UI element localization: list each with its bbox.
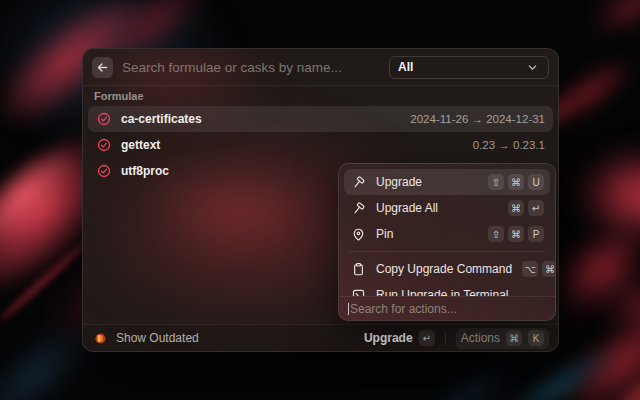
menu-item-label: Run Upgrade in Terminal: [376, 288, 544, 296]
actions-menu-popover: Upgrade ⇧ ⌘ U Upgrade All ⌘ ↵ Pin ⇧: [338, 163, 556, 321]
menu-item-upgrade[interactable]: Upgrade ⇧ ⌘ U: [344, 169, 550, 195]
k-keycap: K: [528, 330, 544, 346]
list-item-ca-certificates[interactable]: ca-certificates 2024-11-26 → 2024-12-31: [88, 106, 553, 132]
menu-item-shortcut: ⇧ ⌘ P: [488, 226, 544, 242]
return-keycap: ↵: [419, 330, 435, 346]
back-arrow-icon: [95, 59, 111, 75]
filter-dropdown-value: All: [398, 60, 524, 74]
brew-icon: [92, 330, 108, 346]
menu-item-upgrade-all[interactable]: Upgrade All ⌘ ↵: [344, 195, 550, 221]
back-button[interactable]: [92, 57, 113, 78]
menu-item-copy-upgrade-command[interactable]: Copy Upgrade Command ⌥ ⌘ C: [344, 256, 550, 282]
cmd-keycap: ⌘: [542, 261, 555, 277]
check-circle-icon: [96, 111, 112, 127]
filter-dropdown[interactable]: All: [389, 56, 549, 79]
text-cursor: [348, 303, 349, 315]
menu-item-label: Upgrade All: [376, 201, 498, 215]
menu-item-label: Pin: [376, 227, 478, 241]
hammer-icon: [350, 200, 366, 216]
return-keycap: ↵: [528, 200, 544, 216]
status-bar: Show Outdated Upgrade ↵ Actions ⌘ K: [83, 324, 558, 351]
menu-item-run-upgrade-in-terminal[interactable]: Run Upgrade in Terminal: [344, 282, 550, 296]
cmd-keycap: ⌘: [508, 174, 524, 190]
shift-keycap: ⇧: [488, 174, 504, 190]
status-bar-right: Upgrade ↵ Actions ⌘ K: [364, 328, 549, 349]
hammer-icon: [350, 174, 366, 190]
menu-separator: [349, 251, 545, 252]
menu-item-shortcut: ⌥ ⌘ C: [522, 261, 555, 277]
terminal-icon: [350, 287, 366, 296]
chevron-down-icon: [524, 59, 540, 75]
actions-button[interactable]: Actions ⌘ K: [456, 328, 549, 349]
option-keycap: ⌥: [522, 261, 538, 277]
statusbar-divider: [445, 332, 446, 345]
pin-icon: [350, 226, 366, 242]
status-bar-left: Show Outdated: [92, 330, 364, 346]
formula-name: gettext: [121, 138, 464, 152]
status-mode-label: Show Outdated: [116, 331, 199, 345]
search-input[interactable]: [122, 60, 380, 75]
menu-item-shortcut: ⇧ ⌘ U: [488, 174, 544, 190]
actions-search-input[interactable]: [350, 302, 546, 316]
cmd-keycap: ⌘: [508, 226, 524, 242]
cmd-keycap: ⌘: [508, 200, 524, 216]
actions-menu-list: Upgrade ⇧ ⌘ U Upgrade All ⌘ ↵ Pin ⇧: [339, 164, 555, 296]
check-circle-icon: [96, 137, 112, 153]
menu-item-shortcut: ⌘ ↵: [508, 200, 544, 216]
list-item-gettext[interactable]: gettext 0.23 → 0.23.1: [88, 132, 553, 158]
search-header: All: [83, 49, 558, 86]
clipboard-icon: [350, 261, 366, 277]
u-keycap: U: [528, 174, 544, 190]
menu-item-pin[interactable]: Pin ⇧ ⌘ P: [344, 221, 550, 247]
cmd-keycap: ⌘: [506, 330, 522, 346]
actions-menu-search: [339, 296, 555, 320]
menu-item-label: Upgrade: [376, 175, 478, 189]
p-keycap: P: [528, 226, 544, 242]
section-header-formulae: Formulae: [94, 90, 144, 102]
shift-keycap: ⇧: [488, 226, 504, 242]
check-circle-icon: [96, 163, 112, 179]
menu-item-label: Copy Upgrade Command: [376, 262, 512, 276]
formula-version-change: 2024-11-26 → 2024-12-31: [410, 113, 545, 125]
formula-name: ca-certificates: [121, 112, 401, 126]
actions-button-label: Actions: [461, 331, 500, 345]
primary-action-button[interactable]: Upgrade: [364, 331, 413, 345]
formula-version-change: 0.23 → 0.23.1: [473, 139, 545, 151]
